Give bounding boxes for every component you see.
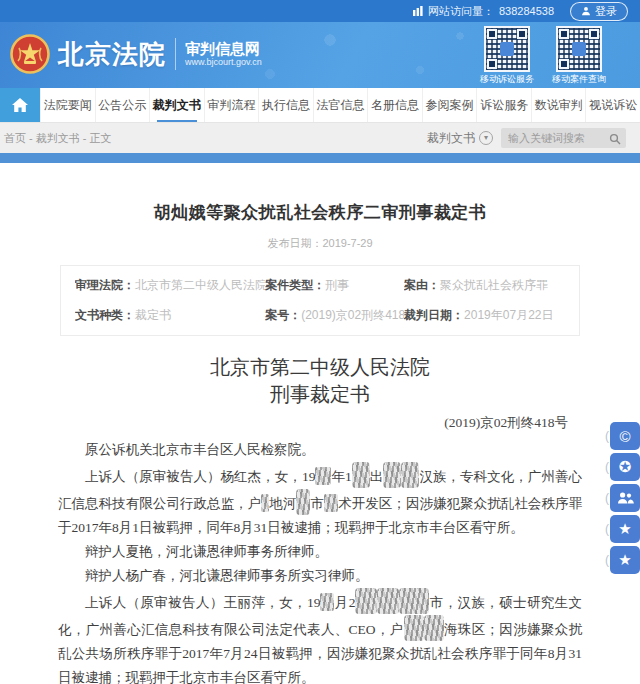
publish-date-value: 2019-7-29 xyxy=(322,237,372,249)
visits-label: 网站访问量： xyxy=(428,4,494,19)
court-name: 北京市第二中级人民法院 xyxy=(0,354,640,381)
site-logo[interactable]: 北京法院 审判信息网 www.bjcourt.gov.cn xyxy=(10,34,262,74)
chevron-down-icon xyxy=(479,131,493,145)
case-number: (2019)京02刑终418号 xyxy=(60,414,580,432)
toolbar-collapse-tab[interactable]: ( xyxy=(605,554,609,566)
qr-code-group: 移动诉讼服务 移动案件查询 xyxy=(480,28,606,86)
site-url: www.bjcourt.gov.cn xyxy=(185,57,262,67)
redaction-scribble xyxy=(377,588,399,614)
toolbar-people-icon[interactable] xyxy=(610,484,640,512)
site-name: 北京法院 xyxy=(58,37,166,72)
nav-item-6[interactable]: 法官信息 xyxy=(313,88,368,122)
nav-item-4[interactable]: 审判流程 xyxy=(204,88,259,122)
qr-code-image xyxy=(558,28,600,70)
meta-label: 案件类型： xyxy=(265,278,325,292)
redaction-scribble xyxy=(320,593,334,611)
meta-value: 刑事 xyxy=(325,278,349,292)
nav-item-9[interactable]: 诉讼服务 xyxy=(476,88,531,122)
nav-item-1[interactable]: 法院要闻 xyxy=(40,88,95,122)
toolbar-row: (✪ xyxy=(605,453,640,481)
breadcrumb[interactable]: 首页 - 裁判文书 - 正文 xyxy=(4,131,112,146)
search-button[interactable] xyxy=(606,131,624,146)
redaction-scribble xyxy=(355,588,377,614)
meta-value: 北京市第二中级人民法院 xyxy=(135,278,265,292)
qr-label: 移动案件查询 xyxy=(552,73,606,86)
redaction-scribble xyxy=(401,462,419,488)
toolbar-collapse-tab[interactable]: ( xyxy=(605,492,609,504)
redaction-scribble xyxy=(296,489,310,515)
user-icon xyxy=(581,6,591,16)
toolbar-star-icon[interactable]: ★ xyxy=(610,546,640,574)
login-label: 登录 xyxy=(595,4,617,19)
court-emblem-icon xyxy=(10,34,50,74)
meta-cell: 审理法院：北京市第二中级人民法院 xyxy=(75,277,265,294)
visits-value: 838284538 xyxy=(499,5,554,17)
site-subtitle: 审判信息网 xyxy=(185,40,262,57)
toolbar-row: (★ xyxy=(605,515,640,543)
nav-item-7[interactable]: 名册信息 xyxy=(367,88,422,122)
nav-item-10[interactable]: 数说审判 xyxy=(531,88,586,122)
toolbar-collapse-tab[interactable]: ( xyxy=(605,461,609,473)
main-nav: 法院要闻公告公示裁判文书审判流程执行信息法官信息名册信息参阅案例诉讼服务数说审判… xyxy=(0,88,640,123)
meta-value: 裁定书 xyxy=(135,308,171,322)
nav-item-11[interactable]: 视说诉讼 xyxy=(585,88,640,122)
toolbar-row: ( xyxy=(605,484,640,512)
section-divider-band xyxy=(0,153,640,163)
qr-item-case-query: 移动案件查询 xyxy=(552,28,606,86)
site-header: 北京法院 审判信息网 www.bjcourt.gov.cn 移动诉讼服务 移动案… xyxy=(0,22,640,88)
meta-cell: 案由：聚众扰乱社会秩序罪 xyxy=(404,277,565,294)
case-meta-table: 审理法院：北京市第二中级人民法院案件类型：刑事案由：聚众扰乱社会秩序罪文书种类：… xyxy=(60,265,580,336)
doc-paragraph: 上诉人（原审被告人）王丽萍，女，19月2市，汉族，硕士研究生文化，广州善心汇信息… xyxy=(58,588,582,684)
meta-label: 裁判日期： xyxy=(404,308,464,322)
court-heading: 北京市第二中级人民法院 刑事裁定书 xyxy=(0,354,640,408)
document-type: 刑事裁定书 xyxy=(0,381,640,408)
meta-cell: 裁判日期：2019年07月22日 xyxy=(404,307,565,324)
document-article: 胡灿娥等聚众扰乱社会秩序二审刑事裁定书 发布日期：2019-7-29 审理法院：… xyxy=(0,163,640,684)
meta-label: 文书种类： xyxy=(75,308,135,322)
doc-paragraph: 上诉人（原审被告人）杨红杰，女，19年1出汉族，专科文化，广州善心汇信息科技有限… xyxy=(58,462,582,540)
nav-item-5[interactable]: 执行信息 xyxy=(258,88,313,122)
nav-item-2[interactable]: 公告公示 xyxy=(95,88,150,122)
toolbar-star-icon[interactable]: ★ xyxy=(610,515,640,543)
qr-item-litigation: 移动诉讼服务 xyxy=(480,28,534,86)
floating-toolbar: (©(✪((★(★ xyxy=(605,422,640,574)
meta-cell: 案号：(2019)京02刑终418号 xyxy=(265,307,404,324)
meta-value: 2019年07月22日 xyxy=(464,308,553,322)
redaction-scribble xyxy=(315,467,331,485)
doc-paragraph: 辩护人夏艳，河北谦恩律师事务所律师。 xyxy=(58,540,582,564)
toolbar-copyright-icon[interactable]: © xyxy=(610,422,640,450)
publish-date-label: 发布日期： xyxy=(267,237,322,249)
publish-date-line: 发布日期：2019-7-29 xyxy=(0,236,640,251)
toolbar-row: (© xyxy=(605,422,640,450)
redaction-scribble xyxy=(383,462,401,488)
toolbar-row: (★ xyxy=(605,546,640,574)
toolbar-court-badge-icon[interactable]: ✪ xyxy=(610,453,640,481)
redaction-scribble xyxy=(352,462,370,488)
redaction-scribble xyxy=(324,494,338,512)
document-body: 原公诉机关北京市丰台区人民检察院。上诉人（原审被告人）杨红杰，女，19年1出汉族… xyxy=(58,438,582,684)
redaction-scribble xyxy=(404,615,424,641)
redaction-scribble xyxy=(424,615,444,641)
site-visits: 网站访问量：838284538 xyxy=(413,4,554,19)
login-button[interactable]: 登录 xyxy=(570,2,628,21)
meta-cell: 文书种类：裁定书 xyxy=(75,307,265,324)
qr-code-image xyxy=(486,28,528,70)
meta-cell: 案件类型：刑事 xyxy=(265,277,404,294)
search-category-select[interactable]: 裁判文书 xyxy=(427,130,493,147)
doc-paragraph: 原公诉机关北京市丰台区人民检察院。 xyxy=(58,438,582,462)
nav-item-3[interactable]: 裁判文书 xyxy=(149,88,204,122)
meta-value: 聚众扰乱社会秩序罪 xyxy=(440,278,548,292)
toolbar-collapse-tab[interactable]: ( xyxy=(605,430,609,442)
meta-value: (2019)京02刑终418号 xyxy=(301,308,404,322)
search-icon xyxy=(609,133,621,145)
bar-chart-icon xyxy=(413,6,423,16)
doc-paragraph: 辩护人杨广春，河北谦恩律师事务所实习律师。 xyxy=(58,564,582,588)
nav-home-button[interactable] xyxy=(0,88,40,122)
meta-label: 审理法院： xyxy=(75,278,135,292)
meta-label: 案由： xyxy=(404,278,440,292)
breadcrumb-bar: 首页 - 裁判文书 - 正文 裁判文书 xyxy=(0,123,640,153)
toolbar-collapse-tab[interactable]: ( xyxy=(605,523,609,535)
page-title: 胡灿娥等聚众扰乱社会秩序二审刑事裁定书 xyxy=(0,201,640,224)
nav-item-8[interactable]: 参阅案例 xyxy=(422,88,477,122)
logo-divider xyxy=(175,38,176,70)
